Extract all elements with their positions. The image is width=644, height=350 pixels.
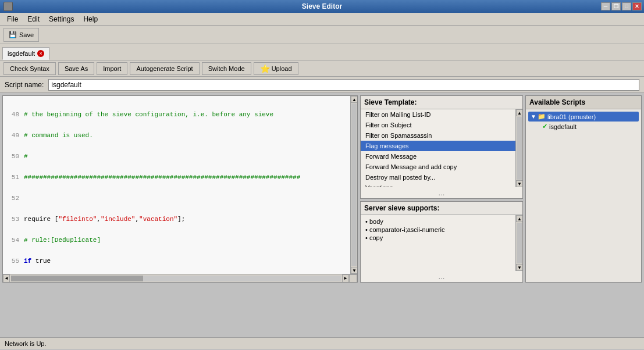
save-label: Save: [19, 31, 34, 38]
code-line-50: 50 #: [5, 153, 348, 160]
editor-content[interactable]: 48 # the beginning of the sieve configur…: [3, 96, 350, 274]
template-vscrollbar[interactable]: ▲ ▼: [515, 109, 522, 187]
star-icon: ⭐: [260, 64, 270, 73]
template-scroll-thumb[interactable]: [517, 117, 522, 180]
scroll-up-btn[interactable]: ▲: [351, 96, 357, 103]
editor-scroll: 48 # the beginning of the sieve configur…: [3, 96, 357, 274]
code-line-54: 54 # rule:[Deduplicate]: [5, 237, 348, 244]
template-scroll-down[interactable]: ▼: [516, 180, 522, 187]
tree-arrow-root: ▼: [531, 113, 536, 120]
supports-scroll-thumb[interactable]: [517, 223, 522, 263]
switch-mode-button[interactable]: Switch Mode: [202, 62, 251, 75]
menu-edit[interactable]: Edit: [23, 14, 44, 24]
tree-script-isgdefault[interactable]: ✓ isgdefault: [542, 122, 639, 131]
template-panel: Sieve Template: Filter on Mailing List-I…: [360, 95, 523, 199]
save-as-button[interactable]: Save As: [58, 62, 94, 75]
hscroll-thumb[interactable]: [11, 276, 143, 281]
scriptname-input[interactable]: [48, 79, 639, 91]
save-icon: 💾: [9, 31, 17, 38]
minimize-button[interactable]: ─: [601, 2, 610, 10]
hscroll-track[interactable]: [11, 276, 341, 281]
maximize-button[interactable]: □: [622, 2, 631, 10]
support-item-2: • copy: [365, 234, 511, 242]
supports-scroll-up[interactable]: ▲: [516, 215, 522, 222]
available-scripts-panel: Available Scripts ▼ 📁 libra01 (pmuster) …: [525, 95, 642, 283]
template-item-0[interactable]: Filter on Mailing List-ID: [361, 109, 515, 120]
supports-header: Server sieve supports:: [361, 202, 522, 215]
tab-name: isgdefault: [8, 50, 35, 57]
supports-list-wrapper: • body • comparator-i;ascii-numeric • co…: [361, 215, 522, 271]
autogenerate-button[interactable]: Autogenerate Script: [130, 62, 199, 75]
scriptname-label: Script name:: [5, 81, 44, 89]
editor-tab[interactable]: isgdefault ×: [2, 47, 49, 60]
tab-close-button[interactable]: ×: [37, 50, 44, 57]
supports-scroll-down[interactable]: ▼: [516, 264, 522, 271]
supports-panel: Server sieve supports: • body • comparat…: [360, 201, 523, 283]
right-panel: Sieve Template: Filter on Mailing List-I…: [360, 95, 523, 283]
tabbar: isgdefault ×: [0, 44, 644, 60]
tree-script-label: isgdefault: [549, 123, 577, 130]
import-button[interactable]: Import: [97, 62, 127, 75]
template-item-7[interactable]: Vacations: [361, 183, 515, 187]
code-line-49: 49 # command is used.: [5, 132, 348, 139]
restore-button[interactable]: ❐: [611, 2, 621, 10]
tree-sub: ✓ isgdefault: [542, 122, 639, 131]
titlebar: Sieve Editor ─ ❐ □ ✕: [0, 0, 644, 13]
menubar: File Edit Settings Help: [0, 13, 644, 26]
scripts-header: Available Scripts: [526, 96, 641, 109]
supports-dots: ...: [361, 271, 522, 282]
template-item-5[interactable]: Forward Message and add copy: [361, 162, 515, 172]
editor-hscrollbar[interactable]: ◄ ►: [3, 274, 357, 282]
close-button[interactable]: ✕: [632, 2, 642, 10]
menu-help[interactable]: Help: [79, 14, 102, 24]
status-text: Network is Up.: [5, 340, 47, 347]
scroll-thumb[interactable]: [351, 103, 357, 266]
template-item-4[interactable]: Forward Message: [361, 151, 515, 162]
code-line-48: 48 # the beginning of the sieve configur…: [5, 111, 348, 118]
titlebar-title: Sieve Editor: [302, 2, 342, 10]
code-line-53: 53 require ["fileinto","include","vacati…: [5, 216, 348, 223]
editor-panel: 48 # the beginning of the sieve configur…: [2, 95, 358, 283]
hscroll-left-btn[interactable]: ◄: [3, 274, 10, 283]
save-button[interactable]: 💾 Save: [3, 28, 39, 42]
template-item-2[interactable]: Filter on Spamassassin: [361, 130, 515, 141]
template-item-6[interactable]: Destroy mail posted by...: [361, 172, 515, 183]
tree-root-label: libra01 (pmuster): [547, 113, 596, 120]
support-item-1: • comparator-i;ascii-numeric: [365, 226, 511, 234]
template-item-1[interactable]: Filter on Subject: [361, 120, 515, 130]
editor-vscrollbar[interactable]: ▲ ▼: [350, 96, 357, 274]
upload-button[interactable]: ⭐ Upload: [254, 62, 298, 75]
upload-label: Upload: [272, 65, 292, 72]
code-line-51: 51 #####################################…: [5, 174, 348, 181]
hscroll-right-btn[interactable]: ►: [342, 274, 349, 283]
menu-settings[interactable]: Settings: [44, 14, 79, 24]
folder-icon: 📁: [538, 113, 546, 120]
scripts-tree: ▼ 📁 libra01 (pmuster) ✓ isgdefault: [526, 109, 641, 282]
supports-vscrollbar[interactable]: ▲ ▼: [515, 215, 522, 271]
toolbar: 💾 Save: [0, 26, 644, 44]
supports-list: • body • comparator-i;ascii-numeric • co…: [361, 215, 515, 271]
template-item-3[interactable]: Flag messages: [361, 141, 515, 151]
template-header: Sieve Template:: [361, 96, 522, 109]
template-list-wrapper: Filter on Mailing List-ID Filter on Subj…: [361, 109, 522, 187]
support-item-0: • body: [365, 217, 511, 226]
titlebar-controls: ─ ❐ □ ✕: [601, 2, 642, 10]
titlebar-icon: [3, 2, 13, 11]
menu-file[interactable]: File: [2, 14, 23, 24]
check-icon: ✓: [542, 123, 547, 130]
template-dots: ...: [361, 187, 522, 198]
statusbar: Network is Up.: [0, 337, 644, 349]
tree-root-node[interactable]: ▼ 📁 libra01 (pmuster): [528, 112, 639, 122]
template-list-items: Filter on Mailing List-ID Filter on Subj…: [361, 109, 515, 187]
code-line-55: 55 if true: [5, 258, 348, 265]
main-content: 48 # the beginning of the sieve configur…: [0, 93, 644, 285]
empty-area: [0, 285, 644, 337]
code-line-52: 52: [5, 195, 348, 202]
scrollbar-corner: [349, 274, 357, 283]
template-scroll-up[interactable]: ▲: [516, 109, 522, 116]
btn-bar: Check Syntax Save As Import Autogenerate…: [0, 60, 644, 77]
scriptname-bar: Script name:: [0, 77, 644, 93]
check-syntax-button[interactable]: Check Syntax: [3, 62, 56, 75]
scroll-down-btn[interactable]: ▼: [351, 267, 357, 274]
